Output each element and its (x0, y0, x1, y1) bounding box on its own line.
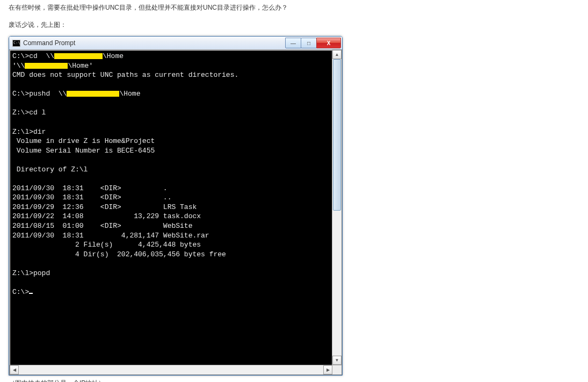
term-line: Z:\l>dir (12, 128, 46, 136)
term-line: 4 Dir(s) 202,406,035,456 bytes free (12, 250, 226, 258)
redacted-ip (25, 63, 68, 69)
term-line: 2 File(s) 4,425,448 bytes (12, 241, 201, 249)
minimize-button[interactable]: — (285, 38, 301, 48)
term-line: \Home (119, 90, 140, 98)
term-line: C:\> (12, 288, 29, 296)
terminal-container: C:\>cd \\\Home '\\\Home' CMD does not su… (9, 50, 342, 375)
term-line: 2011/08/15 01:00 <DIR> WebSite (12, 222, 192, 230)
term-line: \Home (103, 52, 124, 60)
horizontal-scrollbar[interactable]: ◀ ▶ (10, 365, 342, 374)
cmd-icon: C:\ (12, 40, 20, 47)
redacted-ip (54, 53, 103, 59)
redacted-ip (67, 91, 119, 97)
term-line: Z:\l>popd (12, 269, 50, 277)
window-titlebar[interactable]: C:\ Command Prompt — □ X (9, 37, 342, 50)
term-line: 2011/09/30 18:31 4,281,147 WebSite.rar (12, 232, 209, 240)
command-prompt-window: C:\ Command Prompt — □ X C:\>cd \\\Home … (9, 36, 343, 376)
term-line: Volume in drive Z is Home&Project (12, 137, 155, 145)
vertical-scrollbar[interactable]: ▲ ▼ (332, 50, 342, 365)
term-line: Directory of Z:\l (12, 165, 88, 174)
window-title: Command Prompt (23, 39, 286, 47)
term-line: 2011/09/22 14:08 13,229 task.docx (12, 212, 201, 220)
intro-paragraph-2: 废话少说，先上图： (9, 19, 579, 31)
term-line: C:\>cd \\ (12, 52, 54, 60)
term-line: 2011/09/29 12:36 <DIR> LRS Task (12, 203, 197, 211)
intro-paragraph-1: 在有些时候，需要在批处理中操作UNC目录，但批处理并不能直接对UNC目录进行操作… (9, 2, 579, 14)
maximize-button[interactable]: □ (301, 38, 317, 48)
scroll-up-arrow-icon[interactable]: ▲ (332, 50, 342, 59)
scroll-right-arrow-icon[interactable]: ▶ (323, 365, 332, 374)
term-line: Volume Serial Number is BECE-6455 (12, 147, 155, 155)
term-line: \Home' (68, 62, 93, 70)
term-line: 2011/09/30 18:31 <DIR> .. (12, 193, 171, 201)
scroll-corner (332, 365, 342, 374)
scroll-down-arrow-icon[interactable]: ▼ (332, 356, 342, 365)
term-line: C:\>pushd \\ (12, 90, 67, 98)
term-line: 2011/09/30 18:31 <DIR> . (12, 184, 168, 192)
term-line: CMD does not support UNC paths as curren… (12, 71, 238, 79)
term-line: Z:\>cd l (12, 109, 46, 117)
scroll-thumb[interactable] (333, 59, 341, 211)
image-caption: （图中抹去的部分是一个IP地址） (9, 378, 579, 382)
scroll-left-arrow-icon[interactable]: ◀ (10, 365, 19, 374)
cursor (29, 293, 33, 294)
term-line: '\\ (12, 62, 25, 70)
terminal-output[interactable]: C:\>cd \\\Home '\\\Home' CMD does not su… (10, 51, 341, 374)
close-button[interactable]: X (316, 38, 341, 48)
